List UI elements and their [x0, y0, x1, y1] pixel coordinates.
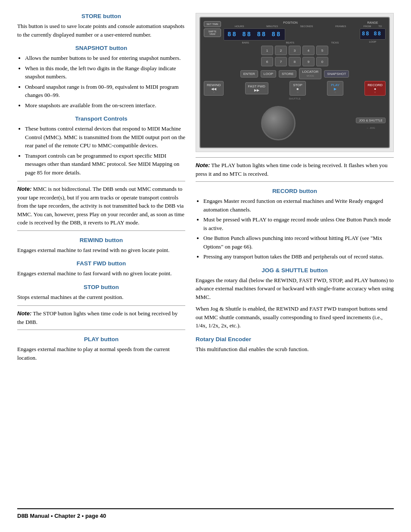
page: STORE button This button is used to save… [0, 0, 411, 532]
hours-label: HOURS [235, 25, 244, 28]
stop-transport-button[interactable]: STOP ■ ○ [290, 81, 306, 96]
page-footer: D8B Manual • Chapter 2 • page 40 [17, 508, 394, 519]
stop-symbol: ■ [297, 87, 299, 91]
position-display: 88 88 88 88 [224, 28, 285, 40]
list-item: Allows the number buttons to be used for… [25, 54, 185, 62]
num-button-2[interactable]: 2 [275, 46, 287, 55]
list-item: Engages Master record function on extern… [203, 197, 394, 214]
fast-fwd-button-text: Engages external machine to fast forward… [17, 269, 185, 278]
fast-fwd-label: FAST FWD [248, 84, 265, 88]
transport-buttons-row: REWIND ◀◀ ○ FAST FWD ▶▶ [204, 81, 386, 96]
play-button-text: Engages external machine to play at norm… [17, 345, 185, 362]
loop-label: LOOP [360, 40, 386, 43]
ticks-label: TICKS [331, 41, 339, 44]
set-time-label: SET TIME [206, 23, 218, 25]
smpte-view-button[interactable]: SMPTE VIEW [204, 28, 221, 37]
record-transport-button[interactable]: RECORD ● ○ [364, 81, 386, 96]
record-symbol: ● [374, 87, 376, 91]
note-text: The STOP button lights when time code is… [17, 310, 177, 325]
store-button-heading: STORE button [17, 13, 185, 19]
record-button-heading: RECORD button [196, 188, 394, 194]
right-column: SET TIME SMPTE VIEW POSITION HOURS MIN [196, 13, 394, 500]
rewind-button-text: Engages external machine to fast rewind … [17, 246, 185, 255]
bars-label: BARS [242, 41, 249, 44]
minutes-label: MINUTES [266, 25, 278, 28]
locator-button[interactable]: LOCATORMODE [299, 68, 321, 79]
num-button-4[interactable]: 4 [302, 46, 314, 55]
rewind-label: REWIND [207, 83, 221, 87]
stop-button-text: Stops external machines at the current p… [17, 293, 185, 302]
range-label: RANGE [360, 21, 386, 24]
footer-text: D8B Manual • Chapter 2 • page 40 [17, 513, 106, 519]
note-label: Note: [17, 186, 31, 192]
play-label: PLAY [331, 83, 339, 87]
set-time-button[interactable]: SET TIME [204, 21, 221, 27]
rewind-button-heading: REWIND button [17, 237, 185, 243]
device-panel-image: SET TIME SMPTE VIEW POSITION HOURS MIN [196, 13, 394, 152]
play-note-label: Note: [196, 162, 210, 168]
seconds-label: SECONDS [300, 25, 313, 28]
note-text: MMC is not bidirectional. The D8B sends … [17, 186, 184, 226]
jog-shuttle-button[interactable]: JOG & SHUTTLE [356, 118, 386, 123]
jog-shuttle-button-text: Engages the rotary dial (below the REWIN… [196, 276, 394, 302]
stop-button-heading: STOP button [17, 284, 185, 290]
list-item: These buttons control external devices t… [25, 124, 185, 150]
store-button-text: This button is used to save locate point… [17, 22, 185, 39]
stop-note: Note: The STOP button lights when time c… [17, 305, 185, 330]
fast-fwd-symbol: ▶▶ [254, 88, 259, 92]
main-content: STORE button This button is used to save… [17, 13, 394, 500]
function-buttons-row: ENTER LOOP STORE LOCATORMODE SNAPSHOT [204, 68, 386, 79]
smpte-view-label: SMPTE VIEW [206, 30, 218, 35]
shuttle-label: SHUTTLE [204, 97, 386, 100]
frames-label: FRAMES [335, 25, 346, 28]
num-button-9[interactable]: 9 [302, 57, 314, 66]
to-label: TO [378, 25, 382, 28]
loop-button[interactable]: LOOP [261, 70, 276, 78]
transport-controls-heading: Transport Controls [17, 115, 185, 122]
list-item: Transport controls can be programmed to … [25, 152, 185, 177]
num-button-3[interactable]: 3 [289, 46, 301, 55]
record-label: RECORD [367, 83, 383, 87]
position-label: POSITION [224, 21, 357, 24]
rotary-dial-encoder-text: This multifunction dial enables the scru… [196, 345, 394, 354]
jog-shuttle-right: JOG & SHUTTLE ← JOG [356, 118, 386, 129]
list-item: One Button Punch allows punching into re… [203, 234, 394, 251]
record-button-list: Engages Master record function on extern… [203, 197, 394, 261]
play-note-text: The PLAY button lights when time code is… [196, 162, 387, 177]
store-button[interactable]: STORE [279, 70, 296, 78]
transport-panel: SET TIME SMPTE VIEW POSITION HOURS MIN [199, 17, 390, 148]
list-item: When in this mode, the left two digits i… [25, 64, 185, 81]
jog-shuttle-area: JOG & SHUTTLE ← JOG [204, 103, 386, 144]
fast-fwd-transport-button[interactable]: FAST FWD ▶▶ [245, 82, 268, 94]
left-column: STORE button This button is used to save… [17, 13, 185, 500]
snapshot-button[interactable]: SNAPSHOT [324, 70, 349, 78]
list-item: Onboard snapshot range is from 00–99, eq… [25, 83, 185, 100]
jog-shuttle-extra-text: When Jog & Shuttle is enabled, the REWIN… [196, 305, 394, 330]
play-button-heading: PLAY button [17, 336, 185, 342]
from-label: FROM [364, 25, 371, 28]
list-item: Must be pressed with PLAY to engage reco… [203, 215, 394, 232]
enter-button[interactable]: ENTER [240, 70, 258, 78]
list-item: Pressing any transport button takes the … [203, 252, 394, 261]
num-button-6[interactable]: 6 [261, 57, 273, 66]
play-transport-button[interactable]: PLAY ▶ ○ [327, 81, 343, 96]
jog-arrow-label: ← JOG [367, 127, 375, 129]
num-button-5[interactable]: 5 [316, 46, 328, 55]
play-symbol: ▶ [334, 87, 336, 91]
play-note: Note: The PLAY button lights when time c… [196, 157, 394, 182]
jog-shuttle-button-heading: JOG & SHUTTLE button [196, 267, 394, 274]
note-label: Note: [17, 310, 31, 317]
num-button-0[interactable]: 0 [316, 57, 328, 66]
rewind-symbol: ◀◀ [211, 87, 216, 91]
num-button-7[interactable]: 7 [275, 57, 287, 66]
snapshot-button-list: Allows the number buttons to be used for… [25, 54, 185, 109]
jog-wheel[interactable] [261, 106, 296, 140]
snapshot-button-heading: SNAPSHOT button [17, 45, 185, 51]
rewind-transport-button[interactable]: REWIND ◀◀ ○ [204, 81, 224, 96]
mmc-note: Note: MMC is not bidirectional. The D8B … [17, 181, 185, 231]
stop-label: STOP [293, 83, 302, 87]
num-button-8[interactable]: 8 [289, 57, 301, 66]
fast-fwd-button-heading: FAST FWD button [17, 260, 185, 267]
beats-label: BEATS [286, 41, 294, 44]
num-button-1[interactable]: 1 [261, 46, 273, 55]
